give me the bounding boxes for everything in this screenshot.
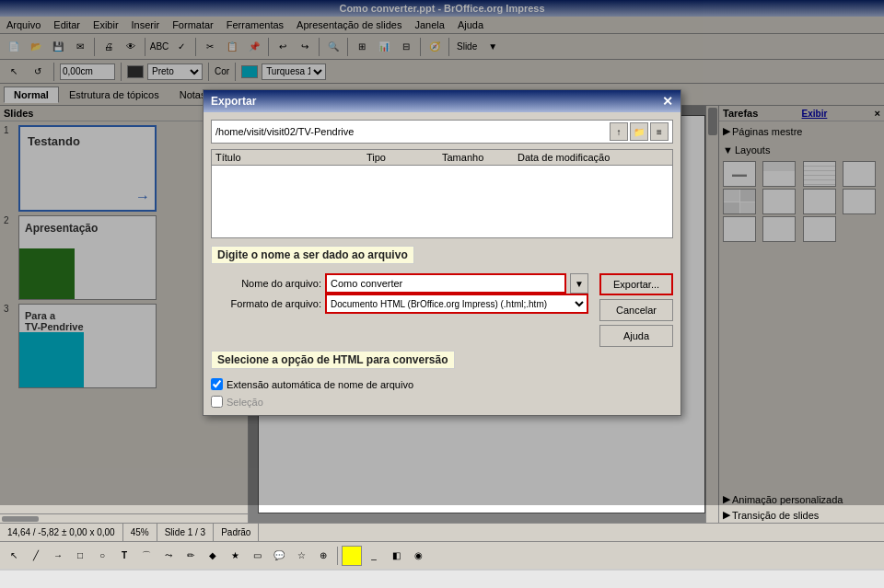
checkbox-extension: Extensão automática de nome de arquivo [211, 378, 673, 390]
dialog-icon-btns: ↑ 📁 ≡ [610, 122, 669, 141]
format-select[interactable]: Documento HTML (BrOffice.org Impress) (.… [325, 294, 588, 314]
cb-extension-label: Extensão automática de nome de arquivo [227, 379, 413, 390]
callout-shapes[interactable]: 💬 [269, 546, 289, 566]
path-up-btn[interactable]: ↑ [610, 122, 628, 141]
status-slide: Slide 1 / 3 [157, 524, 214, 541]
color-line[interactable]: _ [364, 546, 384, 566]
hscroll-thumb [2, 516, 39, 522]
cb-selection[interactable] [211, 396, 223, 408]
size-text: 0,00 x 0,00 [69, 527, 114, 537]
col-data[interactable]: Data de modificação [518, 152, 669, 163]
file-list-area[interactable] [211, 165, 673, 238]
footer-area: PARANA Digital TV Pendrive [0, 569, 884, 588]
status-zoom: 45% [123, 524, 157, 541]
format-label: Formato de arquivo: [211, 298, 321, 309]
position-text: 14,64 / -5,82 [7, 527, 59, 537]
help-btn[interactable]: Ajuda [599, 325, 673, 347]
arrow2-tool[interactable]: → [48, 546, 68, 566]
connector-tool[interactable]: ⤳ [158, 546, 179, 566]
btm-sep1 [337, 547, 338, 565]
format-field: Formato de arquivo: Documento HTML (BrOf… [211, 294, 588, 314]
curve-tool[interactable]: ⌒ [136, 546, 157, 566]
export-dialog: Exportar ✕ /home/visit/visit02/TV-Pendri… [203, 89, 681, 416]
export-btn[interactable]: Exportar... [599, 273, 673, 295]
cb-extension[interactable] [211, 378, 223, 390]
checkbox-selection: Seleção [211, 396, 673, 408]
stars-shapes[interactable]: ☆ [291, 546, 311, 566]
transition-header[interactable]: ▶ Transição de slides [719, 507, 884, 523]
dialog-fields-col: Nome do arquivo: ▼ Formato de arquivo: D… [211, 273, 588, 314]
bottom-toolbar: ↖ ╱ → □ ○ T ⌒ ⤳ ✏ ◆ ★ ▭ 💬 ☆ ⊕ _ ◧ ◉ [0, 541, 884, 569]
callout-text-1: Digite o nome a ser dado ao arquivo [211, 246, 414, 264]
shadow-btn[interactable]: ◧ [386, 546, 406, 566]
filename-dropdown[interactable]: ▼ [570, 273, 588, 294]
path-newfolder-btn[interactable]: 📁 [630, 122, 648, 141]
sym-shapes[interactable]: ★ [225, 546, 245, 566]
col-tamanho[interactable]: Tamanho [442, 152, 518, 163]
filename-field: Nome do arquivo: ▼ [211, 273, 588, 294]
annotation-area-1: Digite o nome a ser dado ao arquivo [211, 246, 673, 268]
filename-label: Nome do arquivo: [211, 278, 321, 289]
dialog-path-bar: /home/visit/visit02/TV-Pendrive ↑ 📁 ≡ [211, 120, 673, 144]
dialog-buttons: Exportar... Cancelar Ajuda [599, 273, 673, 347]
slide-text: Slide 1 / 3 [165, 527, 205, 537]
dialog-overlay: Exportar ✕ /home/visit/visit02/TV-Pendri… [0, 0, 884, 505]
dialog-fields-row: Nome do arquivo: ▼ Formato de arquivo: D… [211, 273, 673, 347]
trans-label: Transição de slides [732, 510, 819, 521]
dialog-title-bar: Exportar ✕ [204, 90, 680, 112]
arrow-tool[interactable]: ↖ [4, 546, 24, 566]
dialog-title-text: Exportar [211, 95, 256, 108]
filename-input[interactable] [325, 273, 566, 294]
status-bar: 14,64 / -5,82 ± 0,00 x 0,00 45% Slide 1 … [0, 523, 884, 541]
slides-hscroll[interactable] [0, 513, 248, 523]
more-shapes[interactable]: ⊕ [313, 546, 333, 566]
zoom-text: 45% [131, 527, 149, 537]
text-tool[interactable]: T [114, 546, 134, 566]
path-view-btn[interactable]: ≡ [650, 122, 669, 141]
dialog-body: /home/visit/visit02/TV-Pendrive ↑ 📁 ≡ Tí… [204, 112, 680, 415]
cb-selection-label: Seleção [227, 397, 263, 408]
basic-shapes[interactable]: ◆ [203, 546, 223, 566]
freeform-tool[interactable]: ✏ [180, 546, 201, 566]
dialog-close-btn[interactable]: ✕ [662, 94, 673, 109]
line-tool[interactable]: ╱ [26, 546, 46, 566]
style-text: Padrão [221, 527, 250, 537]
color-fill[interactable] [342, 546, 362, 566]
file-list-header: Título Tipo Tamanho Data de modificação [211, 149, 673, 165]
callout-text-2: Selecione a opção de HTML para conversão [211, 351, 455, 369]
col-titulo[interactable]: Título [215, 152, 366, 163]
rect-tool[interactable]: □ [70, 546, 90, 566]
dialog-path-text: /home/visit/visit02/TV-Pendrive [215, 126, 354, 137]
col-tipo[interactable]: Tipo [366, 152, 442, 163]
flowchart[interactable]: ▭ [247, 546, 267, 566]
3d-btn[interactable]: ◉ [408, 546, 428, 566]
status-style: Padrão [214, 524, 259, 541]
trans-arrow: ▶ [723, 509, 730, 521]
ellipse-tool[interactable]: ○ [92, 546, 112, 566]
cancel-btn[interactable]: Cancelar [599, 299, 673, 321]
status-position: 14,64 / -5,82 ± 0,00 x 0,00 [0, 524, 123, 541]
